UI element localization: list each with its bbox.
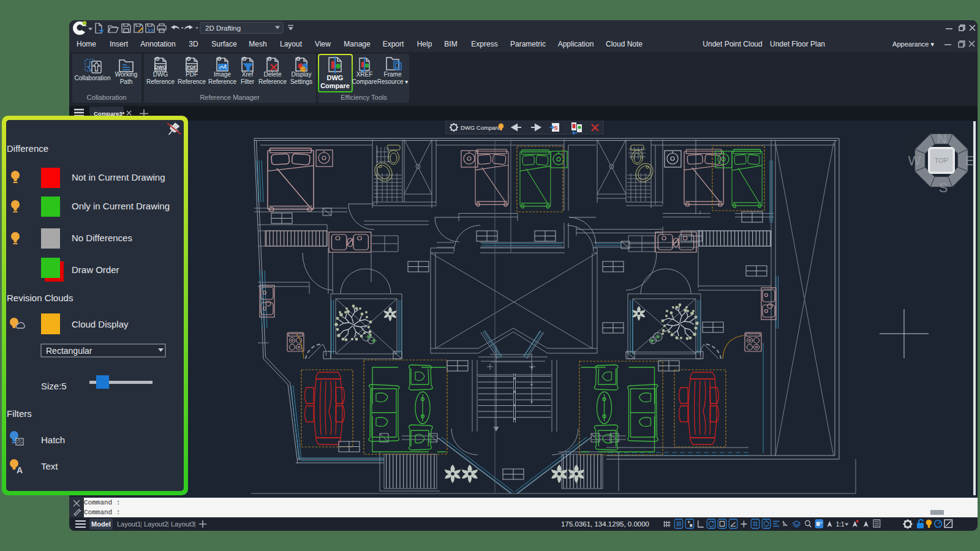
svg-text:Reference: Reference: [146, 78, 175, 85]
svg-text:Reference: Reference: [178, 78, 206, 85]
svg-text:W: W: [908, 153, 921, 168]
svg-text:Settings: Settings: [290, 78, 312, 85]
svg-text:Model: Model: [91, 520, 111, 528]
svg-text:Compare: Compare: [320, 82, 350, 89]
svg-text:Size:5: Size:5: [41, 381, 67, 391]
svg-text:|: |: [194, 520, 196, 528]
svg-text:Filters: Filters: [7, 408, 32, 419]
svg-text:Revision Clouds: Revision Clouds: [7, 293, 73, 303]
svg-text:Only in Current Drawing: Only in Current Drawing: [72, 201, 170, 211]
svg-text:Compare: Compare: [352, 78, 377, 85]
svg-text:Frame: Frame: [384, 71, 402, 78]
svg-text:Reference: Reference: [258, 78, 287, 85]
svg-text:TOP: TOP: [935, 157, 948, 164]
svg-text:N: N: [937, 131, 947, 146]
svg-text:Path: Path: [120, 78, 133, 85]
svg-text:Delete: Delete: [264, 71, 282, 78]
svg-text:Draw Order: Draw Order: [72, 264, 119, 275]
svg-text:1:1: 1:1: [836, 521, 845, 528]
svg-text:Collaboration: Collaboration: [75, 75, 111, 81]
svg-text:Image: Image: [214, 71, 231, 78]
svg-text:Reference Manager: Reference Manager: [200, 94, 260, 101]
svg-text:PDF: PDF: [187, 64, 197, 70]
svg-text:Reference: Reference: [208, 78, 237, 85]
svg-text:Resource ▾: Resource ▾: [377, 78, 409, 85]
svg-text:Text: Text: [41, 461, 58, 471]
svg-text:Xref: Xref: [242, 71, 254, 78]
svg-text:XREF: XREF: [356, 71, 373, 78]
svg-text:S: S: [939, 180, 948, 195]
svg-text:No Differences: No Differences: [72, 233, 132, 243]
svg-text:DWG: DWG: [154, 64, 167, 70]
svg-text:Layout2: Layout2: [144, 520, 168, 528]
svg-text:Layout1: Layout1: [117, 520, 141, 528]
svg-text:Collaboration: Collaboration: [87, 94, 127, 101]
svg-text:Hatch: Hatch: [41, 435, 65, 445]
svg-text:Difference: Difference: [7, 143, 48, 154]
svg-text:DWG Compare: DWG Compare: [461, 124, 500, 131]
svg-text:Layout3: Layout3: [171, 520, 195, 528]
svg-text:Working: Working: [115, 71, 138, 78]
svg-text:DWG: DWG: [327, 74, 344, 81]
svg-text:E: E: [965, 153, 974, 168]
svg-text:A: A: [17, 465, 23, 475]
svg-text:Efficiency Tools: Efficiency Tools: [341, 94, 387, 101]
svg-text:Rectangular: Rectangular: [46, 346, 92, 356]
svg-text:175.0361, 134.1295, 0.0000: 175.0361, 134.1295, 0.0000: [561, 520, 649, 528]
svg-text:|: |: [140, 520, 142, 528]
svg-text:Filter: Filter: [241, 78, 255, 85]
svg-text:Not in Current Drawing: Not in Current Drawing: [72, 172, 165, 182]
svg-text:S: S: [554, 125, 557, 131]
svg-text:DWG: DWG: [153, 71, 168, 78]
svg-text:|: |: [167, 520, 169, 528]
svg-text:2D Drafting: 2D Drafting: [205, 24, 241, 32]
svg-text:PDF: PDF: [186, 71, 198, 78]
svg-text:Display: Display: [292, 71, 312, 78]
svg-text:Cloud Display: Cloud Display: [72, 319, 129, 329]
